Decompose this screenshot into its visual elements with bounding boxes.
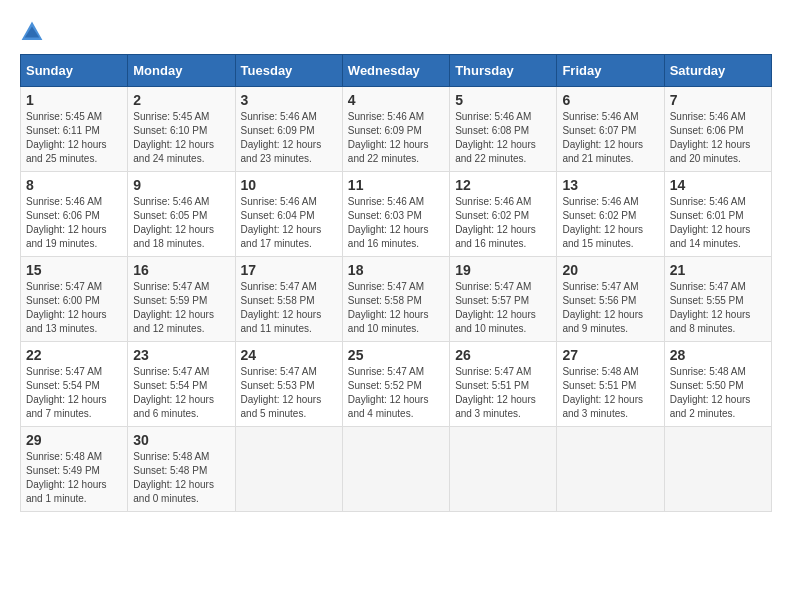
logo-icon <box>20 20 44 44</box>
calendar-cell-3: 3Sunrise: 5:46 AMSunset: 6:09 PMDaylight… <box>235 87 342 172</box>
calendar-cell-10: 10Sunrise: 5:46 AMSunset: 6:04 PMDayligh… <box>235 172 342 257</box>
calendar-cell-7: 7Sunrise: 5:46 AMSunset: 6:06 PMDaylight… <box>664 87 771 172</box>
day-info: Sunrise: 5:46 AMSunset: 6:09 PMDaylight:… <box>241 111 322 164</box>
day-number: 30 <box>133 432 229 448</box>
calendar-cell-29: 29Sunrise: 5:48 AMSunset: 5:49 PMDayligh… <box>21 427 128 512</box>
day-info: Sunrise: 5:47 AMSunset: 5:54 PMDaylight:… <box>133 366 214 419</box>
calendar-cell-12: 12Sunrise: 5:46 AMSunset: 6:02 PMDayligh… <box>450 172 557 257</box>
day-number: 28 <box>670 347 766 363</box>
day-info: Sunrise: 5:46 AMSunset: 6:03 PMDaylight:… <box>348 196 429 249</box>
calendar-cell-empty <box>557 427 664 512</box>
header-day-thursday: Thursday <box>450 55 557 87</box>
calendar-cell-24: 24Sunrise: 5:47 AMSunset: 5:53 PMDayligh… <box>235 342 342 427</box>
day-number: 19 <box>455 262 551 278</box>
day-number: 13 <box>562 177 658 193</box>
day-info: Sunrise: 5:47 AMSunset: 5:55 PMDaylight:… <box>670 281 751 334</box>
day-info: Sunrise: 5:46 AMSunset: 6:04 PMDaylight:… <box>241 196 322 249</box>
day-number: 5 <box>455 92 551 108</box>
day-info: Sunrise: 5:46 AMSunset: 6:02 PMDaylight:… <box>562 196 643 249</box>
day-number: 1 <box>26 92 122 108</box>
calendar-week-2: 8Sunrise: 5:46 AMSunset: 6:06 PMDaylight… <box>21 172 772 257</box>
day-number: 4 <box>348 92 444 108</box>
header-day-sunday: Sunday <box>21 55 128 87</box>
day-number: 21 <box>670 262 766 278</box>
calendar-cell-1: 1Sunrise: 5:45 AMSunset: 6:11 PMDaylight… <box>21 87 128 172</box>
day-info: Sunrise: 5:46 AMSunset: 6:07 PMDaylight:… <box>562 111 643 164</box>
day-number: 9 <box>133 177 229 193</box>
calendar-header-row: SundayMondayTuesdayWednesdayThursdayFrid… <box>21 55 772 87</box>
calendar-cell-28: 28Sunrise: 5:48 AMSunset: 5:50 PMDayligh… <box>664 342 771 427</box>
day-info: Sunrise: 5:47 AMSunset: 5:52 PMDaylight:… <box>348 366 429 419</box>
calendar-week-4: 22Sunrise: 5:47 AMSunset: 5:54 PMDayligh… <box>21 342 772 427</box>
day-info: Sunrise: 5:47 AMSunset: 5:58 PMDaylight:… <box>241 281 322 334</box>
calendar-cell-11: 11Sunrise: 5:46 AMSunset: 6:03 PMDayligh… <box>342 172 449 257</box>
calendar-cell-19: 19Sunrise: 5:47 AMSunset: 5:57 PMDayligh… <box>450 257 557 342</box>
day-info: Sunrise: 5:46 AMSunset: 6:06 PMDaylight:… <box>670 111 751 164</box>
day-info: Sunrise: 5:47 AMSunset: 5:59 PMDaylight:… <box>133 281 214 334</box>
day-info: Sunrise: 5:48 AMSunset: 5:49 PMDaylight:… <box>26 451 107 504</box>
day-number: 23 <box>133 347 229 363</box>
day-info: Sunrise: 5:47 AMSunset: 5:56 PMDaylight:… <box>562 281 643 334</box>
day-info: Sunrise: 5:46 AMSunset: 6:05 PMDaylight:… <box>133 196 214 249</box>
calendar-cell-17: 17Sunrise: 5:47 AMSunset: 5:58 PMDayligh… <box>235 257 342 342</box>
day-info: Sunrise: 5:46 AMSunset: 6:06 PMDaylight:… <box>26 196 107 249</box>
calendar-cell-23: 23Sunrise: 5:47 AMSunset: 5:54 PMDayligh… <box>128 342 235 427</box>
calendar-table: SundayMondayTuesdayWednesdayThursdayFrid… <box>20 54 772 512</box>
header-day-wednesday: Wednesday <box>342 55 449 87</box>
calendar-cell-15: 15Sunrise: 5:47 AMSunset: 6:00 PMDayligh… <box>21 257 128 342</box>
calendar-cell-13: 13Sunrise: 5:46 AMSunset: 6:02 PMDayligh… <box>557 172 664 257</box>
calendar-cell-6: 6Sunrise: 5:46 AMSunset: 6:07 PMDaylight… <box>557 87 664 172</box>
calendar-cell-8: 8Sunrise: 5:46 AMSunset: 6:06 PMDaylight… <box>21 172 128 257</box>
day-number: 7 <box>670 92 766 108</box>
day-number: 11 <box>348 177 444 193</box>
day-number: 15 <box>26 262 122 278</box>
calendar-week-1: 1Sunrise: 5:45 AMSunset: 6:11 PMDaylight… <box>21 87 772 172</box>
header-day-tuesday: Tuesday <box>235 55 342 87</box>
calendar-cell-empty <box>450 427 557 512</box>
calendar-cell-5: 5Sunrise: 5:46 AMSunset: 6:08 PMDaylight… <box>450 87 557 172</box>
day-number: 20 <box>562 262 658 278</box>
calendar-cell-2: 2Sunrise: 5:45 AMSunset: 6:10 PMDaylight… <box>128 87 235 172</box>
day-number: 3 <box>241 92 337 108</box>
calendar-cell-27: 27Sunrise: 5:48 AMSunset: 5:51 PMDayligh… <box>557 342 664 427</box>
day-info: Sunrise: 5:47 AMSunset: 5:57 PMDaylight:… <box>455 281 536 334</box>
calendar-cell-empty <box>235 427 342 512</box>
day-info: Sunrise: 5:46 AMSunset: 6:08 PMDaylight:… <box>455 111 536 164</box>
day-info: Sunrise: 5:48 AMSunset: 5:48 PMDaylight:… <box>133 451 214 504</box>
day-number: 29 <box>26 432 122 448</box>
calendar-cell-empty <box>342 427 449 512</box>
calendar-cell-18: 18Sunrise: 5:47 AMSunset: 5:58 PMDayligh… <box>342 257 449 342</box>
calendar-cell-21: 21Sunrise: 5:47 AMSunset: 5:55 PMDayligh… <box>664 257 771 342</box>
logo <box>20 20 48 44</box>
day-info: Sunrise: 5:47 AMSunset: 5:58 PMDaylight:… <box>348 281 429 334</box>
day-info: Sunrise: 5:46 AMSunset: 6:02 PMDaylight:… <box>455 196 536 249</box>
header-day-friday: Friday <box>557 55 664 87</box>
day-number: 16 <box>133 262 229 278</box>
header-day-monday: Monday <box>128 55 235 87</box>
day-info: Sunrise: 5:45 AMSunset: 6:10 PMDaylight:… <box>133 111 214 164</box>
day-info: Sunrise: 5:48 AMSunset: 5:50 PMDaylight:… <box>670 366 751 419</box>
calendar-cell-22: 22Sunrise: 5:47 AMSunset: 5:54 PMDayligh… <box>21 342 128 427</box>
day-number: 2 <box>133 92 229 108</box>
day-number: 22 <box>26 347 122 363</box>
day-info: Sunrise: 5:46 AMSunset: 6:01 PMDaylight:… <box>670 196 751 249</box>
day-number: 8 <box>26 177 122 193</box>
day-number: 27 <box>562 347 658 363</box>
day-number: 6 <box>562 92 658 108</box>
day-info: Sunrise: 5:48 AMSunset: 5:51 PMDaylight:… <box>562 366 643 419</box>
calendar-cell-20: 20Sunrise: 5:47 AMSunset: 5:56 PMDayligh… <box>557 257 664 342</box>
day-number: 14 <box>670 177 766 193</box>
day-info: Sunrise: 5:47 AMSunset: 5:51 PMDaylight:… <box>455 366 536 419</box>
day-number: 18 <box>348 262 444 278</box>
calendar-week-5: 29Sunrise: 5:48 AMSunset: 5:49 PMDayligh… <box>21 427 772 512</box>
calendar-cell-empty <box>664 427 771 512</box>
calendar-cell-26: 26Sunrise: 5:47 AMSunset: 5:51 PMDayligh… <box>450 342 557 427</box>
day-number: 12 <box>455 177 551 193</box>
calendar-cell-25: 25Sunrise: 5:47 AMSunset: 5:52 PMDayligh… <box>342 342 449 427</box>
calendar-cell-4: 4Sunrise: 5:46 AMSunset: 6:09 PMDaylight… <box>342 87 449 172</box>
day-number: 25 <box>348 347 444 363</box>
day-number: 24 <box>241 347 337 363</box>
calendar-week-3: 15Sunrise: 5:47 AMSunset: 6:00 PMDayligh… <box>21 257 772 342</box>
day-info: Sunrise: 5:45 AMSunset: 6:11 PMDaylight:… <box>26 111 107 164</box>
day-info: Sunrise: 5:47 AMSunset: 5:53 PMDaylight:… <box>241 366 322 419</box>
